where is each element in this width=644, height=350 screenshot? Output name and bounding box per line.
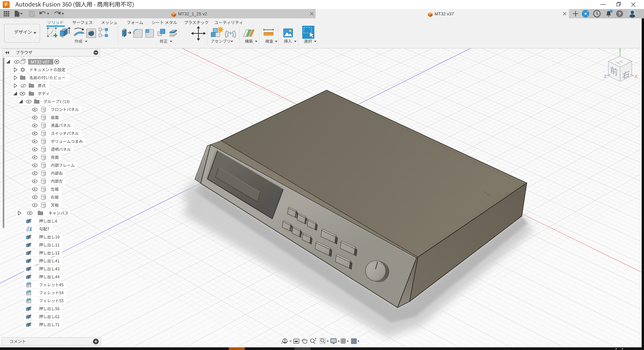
svg-text:MT32 v37: MT32 v37 bbox=[435, 11, 454, 16]
svg-text:MT32_1_25 v2: MT32_1_25 v2 bbox=[178, 11, 207, 16]
svg-text:Z: Z bbox=[604, 74, 607, 79]
svg-text:?: ? bbox=[618, 11, 621, 16]
svg-text:F: F bbox=[5, 2, 8, 7]
svg-text:MT32 v37: MT32 v37 bbox=[31, 60, 49, 64]
svg-text:X: X bbox=[635, 74, 638, 79]
